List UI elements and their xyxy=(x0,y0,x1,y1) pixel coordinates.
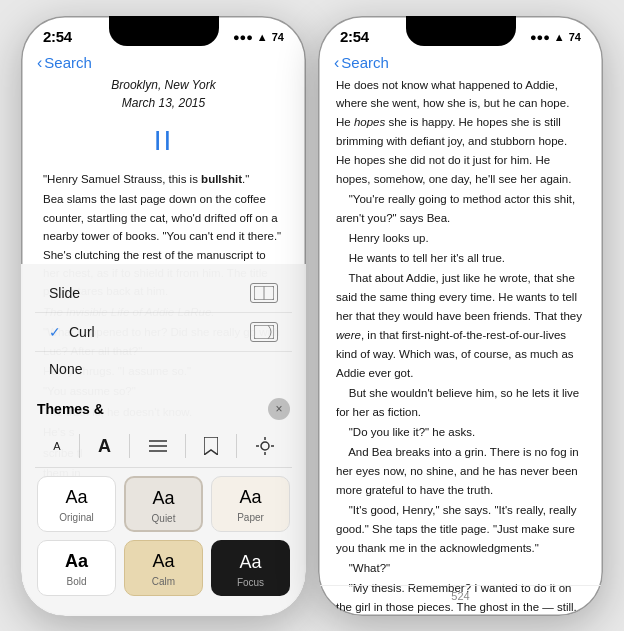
status-icons-right: ●●● ▲ 74 xyxy=(530,31,581,43)
toolbar-sep-2 xyxy=(129,434,130,458)
option-slide[interactable]: Slide xyxy=(35,274,292,313)
font-small-button[interactable]: A xyxy=(43,436,70,456)
battery-icon: 74 xyxy=(272,31,284,43)
theme-aa-focus: Aa xyxy=(239,552,261,573)
r-para-3: Henry looks up. xyxy=(336,229,585,248)
option-curl[interactable]: ✓ Curl xyxy=(35,313,292,352)
reading-toolbar: A A xyxy=(35,426,292,468)
brightness-button[interactable] xyxy=(246,433,284,459)
chapter-number: II xyxy=(43,119,284,162)
toolbar-sep-3 xyxy=(185,434,186,458)
back-button-right[interactable]: ‹ Search xyxy=(334,54,389,72)
notch-right xyxy=(406,16,516,46)
time-right: 2:54 xyxy=(340,28,369,45)
r-para-2: "You're really going to method actor thi… xyxy=(336,190,585,228)
theme-label-focus: Focus xyxy=(237,577,264,588)
close-button[interactable]: × xyxy=(268,398,290,420)
nav-bar-left: ‹ Search xyxy=(21,52,306,76)
para-1: "Henry Samuel Strauss, this is bullshit.… xyxy=(43,170,284,188)
theme-aa-original: Aa xyxy=(65,487,87,508)
theme-label-paper: Paper xyxy=(237,512,264,523)
signal-icon-right: ●●● xyxy=(530,31,550,43)
status-icons-left: ●●● ▲ 74 xyxy=(233,31,284,43)
themes-section: Themes & × A A xyxy=(21,392,306,596)
signal-icon: ●●● xyxy=(233,31,253,43)
left-phone: 2:54 ●●● ▲ 74 ‹ Search Brooklyn, New Yor… xyxy=(21,16,306,616)
theme-quiet[interactable]: Aa Quiet xyxy=(124,476,203,532)
phones-container: 2:54 ●●● ▲ 74 ‹ Search Brooklyn, New Yor… xyxy=(21,16,603,616)
none-label: None xyxy=(49,361,82,377)
back-label-right: Search xyxy=(341,54,389,71)
theme-focus[interactable]: Aa Focus xyxy=(211,540,290,596)
theme-paper[interactable]: Aa Paper xyxy=(211,476,290,532)
r-para-5: That about Addie, just like he wrote, th… xyxy=(336,269,585,383)
check-icon: ✓ xyxy=(49,324,61,340)
right-phone: 2:54 ●●● ▲ 74 ‹ Search He does not know … xyxy=(318,16,603,616)
wifi-icon-right: ▲ xyxy=(554,31,565,43)
slide-label: Slide xyxy=(49,285,80,301)
r-para-10: "What?" xyxy=(336,559,585,578)
bookmark-button[interactable] xyxy=(194,433,228,459)
chevron-right-icon: ‹ xyxy=(334,54,339,72)
city-date-line2: March 13, 2015 xyxy=(43,94,284,113)
page-number-bar: 524 xyxy=(318,585,603,606)
none-text: None xyxy=(49,361,82,377)
theme-bold[interactable]: Aa Bold xyxy=(37,540,116,596)
wifi-icon: ▲ xyxy=(257,31,268,43)
curl-label: ✓ Curl xyxy=(49,324,95,340)
theme-original[interactable]: Aa Original xyxy=(37,476,116,532)
theme-aa-calm: Aa xyxy=(152,551,174,572)
r-para-8: And Bea breaks into a grin. There is no … xyxy=(336,443,585,500)
theme-label-bold: Bold xyxy=(66,576,86,587)
nav-bar-right: ‹ Search xyxy=(318,52,603,76)
bottom-panel: Slide ✓ Curl N xyxy=(21,264,306,616)
slide-text: Slide xyxy=(49,285,80,301)
svg-point-6 xyxy=(261,442,269,450)
battery-icon-right: 74 xyxy=(569,31,581,43)
back-button-left[interactable]: ‹ Search xyxy=(37,54,92,72)
themes-title: Themes & xyxy=(37,401,104,417)
back-label-left: Search xyxy=(44,54,92,71)
theme-aa-bold: Aa xyxy=(65,551,88,572)
theme-label-calm: Calm xyxy=(152,576,175,587)
time-left: 2:54 xyxy=(43,28,72,45)
slide-icon xyxy=(250,283,278,303)
page-number: 524 xyxy=(451,590,469,602)
r-para-6: But she wouldn't believe him, so he lets… xyxy=(336,384,585,422)
option-none[interactable]: None xyxy=(35,352,292,386)
transition-options: Slide ✓ Curl N xyxy=(21,274,306,386)
close-icon: × xyxy=(275,402,282,416)
notch xyxy=(109,16,219,46)
book-location: Brooklyn, New York March 13, 2015 xyxy=(43,76,284,113)
r-para-7: "Do you like it?" he asks. xyxy=(336,423,585,442)
curl-icon xyxy=(250,322,278,342)
toolbar-sep-4 xyxy=(236,434,237,458)
themes-grid: Aa Original Aa Quiet Aa Paper Aa Bold xyxy=(35,476,292,596)
r-para-1: He does not know what happened to Addie,… xyxy=(336,76,585,190)
city-date-line1: Brooklyn, New York xyxy=(43,76,284,95)
toolbar-sep-1 xyxy=(79,434,80,458)
theme-label-quiet: Quiet xyxy=(152,513,176,524)
theme-calm[interactable]: Aa Calm xyxy=(124,540,203,596)
font-menu-button[interactable] xyxy=(139,435,177,457)
curl-text: Curl xyxy=(69,324,95,340)
book-content-right: He does not know what happened to Addie,… xyxy=(318,76,603,616)
themes-header: Themes & × xyxy=(35,392,292,426)
theme-aa-paper: Aa xyxy=(239,487,261,508)
chevron-left-icon: ‹ xyxy=(37,54,42,72)
theme-label-original: Original xyxy=(59,512,93,523)
r-para-4: He wants to tell her it's all true. xyxy=(336,249,585,268)
font-large-button[interactable]: A xyxy=(88,432,121,461)
theme-aa-quiet: Aa xyxy=(152,488,174,509)
r-para-9: "It's good, Henry," she says. "It's real… xyxy=(336,501,585,558)
